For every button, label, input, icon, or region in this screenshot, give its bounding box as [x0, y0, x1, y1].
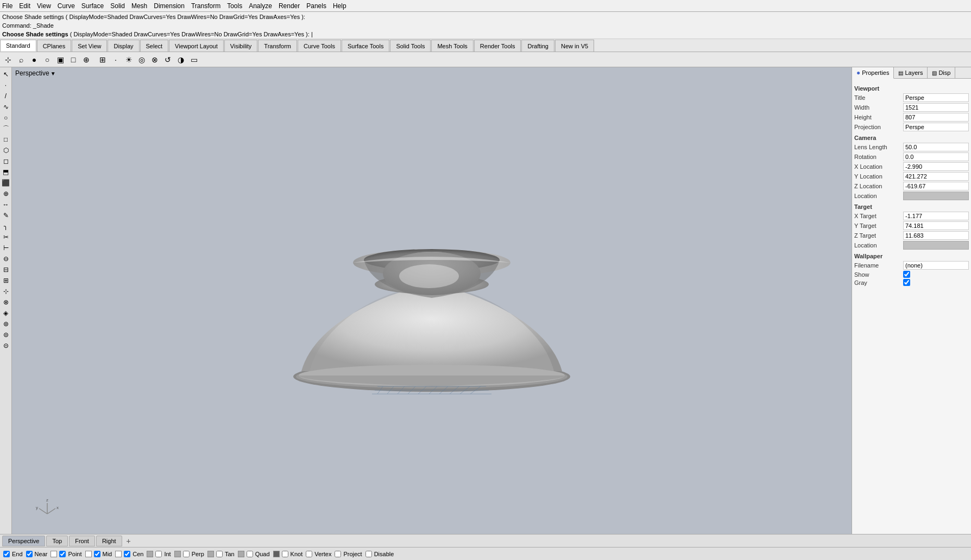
tab-properties[interactable]: ● Properties [852, 67, 894, 79]
value-title: Perspe [903, 93, 969, 102]
lt-measure[interactable]: ⊹ [1, 287, 11, 296]
tab-viewport-layout[interactable]: Viewport Layout [169, 40, 224, 52]
lt-transform[interactable]: ↔ [1, 200, 11, 209]
lt-mirror[interactable]: ⊟ [1, 265, 11, 275]
tab-display-settings[interactable]: ▧ Disp [928, 67, 955, 78]
tab-curve-tools[interactable]: Curve Tools [298, 40, 341, 52]
tab-drafting[interactable]: Drafting [521, 40, 554, 52]
lt-poly[interactable]: ⬡ [1, 145, 11, 155]
lt-curve[interactable]: ∿ [1, 102, 11, 112]
menu-tools[interactable]: Tools [227, 2, 242, 10]
svg-line-22 [39, 508, 47, 514]
lt-point[interactable]: · [1, 80, 11, 90]
label-lens: Lens Length [854, 144, 903, 150]
tab-cplanes[interactable]: CPlanes [37, 40, 72, 52]
toolbar-icon-circle2[interactable]: ○ [41, 54, 53, 66]
toolbar-icon-circle[interactable]: ● [28, 54, 40, 66]
menu-analyze[interactable]: Analyze [249, 2, 272, 10]
cb-quad[interactable] [247, 551, 253, 557]
tab-layers[interactable]: ▤ Layers [894, 67, 928, 78]
menu-curve[interactable]: Curve [58, 2, 75, 10]
lt-gumball[interactable]: ⊜ [1, 330, 11, 340]
lt-analyze[interactable]: ⊗ [1, 297, 11, 307]
menu-edit[interactable]: Edit [19, 2, 30, 10]
cb-near[interactable] [26, 551, 33, 557]
toolbar-icon-target[interactable]: ◎ [136, 54, 148, 66]
vp-tab-right[interactable]: Right [96, 536, 122, 546]
menu-solid[interactable]: Solid [110, 2, 125, 10]
lt-trim[interactable]: ✂ [1, 232, 11, 242]
vp-tab-perspective[interactable]: Perspective [2, 536, 45, 546]
toolbar-icon-layers[interactable]: ⊗ [149, 54, 161, 66]
tab-setview[interactable]: Set View [72, 40, 107, 52]
lt-rect[interactable]: □ [1, 135, 11, 144]
lt-circle[interactable]: ○ [1, 113, 11, 123]
menu-panels[interactable]: Panels [306, 2, 326, 10]
toolbar-icon-monitor[interactable]: ▭ [188, 54, 200, 66]
lt-fillet[interactable]: ╮ [1, 221, 11, 231]
lt-edit[interactable]: ✎ [1, 211, 11, 220]
cb-point[interactable] [59, 551, 66, 557]
menu-render[interactable]: Render [279, 2, 300, 10]
lt-loft[interactable]: ⬒ [1, 167, 11, 177]
toolbar-icon-zoom[interactable]: ⌕ [15, 54, 27, 66]
toolbar-icon-dot[interactable]: · [110, 54, 122, 66]
cb-cen[interactable] [124, 551, 130, 557]
cb-tan[interactable] [216, 551, 223, 557]
menu-mesh[interactable]: Mesh [131, 2, 147, 10]
cb-mid[interactable] [94, 551, 100, 557]
cb-int[interactable] [155, 551, 162, 557]
menu-surface[interactable]: Surface [81, 2, 104, 10]
cb-disable[interactable] [365, 551, 372, 557]
toolbar-icon-box[interactable]: □ [67, 54, 79, 66]
toolbar-icon-select[interactable]: ⊹ [2, 54, 14, 66]
vp-tab-front[interactable]: Front [69, 536, 95, 546]
vp-tab-top[interactable]: Top [46, 536, 68, 546]
lt-boolean[interactable]: ⊕ [1, 189, 11, 199]
cb-end[interactable] [3, 551, 10, 557]
tab-standard[interactable]: Standard [0, 40, 36, 52]
vp-tab-add[interactable]: + [123, 536, 134, 546]
tab-mesh-tools[interactable]: Mesh Tools [431, 40, 473, 52]
tab-render-tools[interactable]: Render Tools [474, 40, 521, 52]
lt-extend[interactable]: ⊢ [1, 243, 11, 253]
label-xtarget: X Target [854, 213, 903, 219]
lt-select[interactable]: ↖ [1, 69, 11, 79]
lt-tools2[interactable]: ⊝ [1, 341, 11, 351]
menu-transform[interactable]: Transform [191, 2, 220, 10]
cb-vertex[interactable] [306, 551, 312, 557]
tab-visibility[interactable]: Visibility [224, 40, 258, 52]
tab-solid-tools[interactable]: Solid Tools [390, 40, 431, 52]
tab-surface-tools[interactable]: Surface Tools [342, 40, 389, 52]
toolbar-icon-grid[interactable]: ⊞ [97, 54, 109, 66]
lt-array[interactable]: ⊞ [1, 276, 11, 285]
menu-help[interactable]: Help [333, 2, 346, 10]
toolbar-icon-shade[interactable]: ◑ [175, 54, 187, 66]
toolbar-icon-sun[interactable]: ☀ [123, 54, 135, 66]
lt-offset[interactable]: ⊖ [1, 254, 11, 264]
cb-project[interactable] [335, 551, 341, 557]
checkbox-show[interactable] [903, 271, 910, 278]
tab-new-in-v5[interactable]: New in V5 [555, 40, 594, 52]
viewport[interactable]: Perspective ▼ [12, 67, 852, 534]
menu-view[interactable]: View [37, 2, 51, 10]
tab-select[interactable]: Select [140, 40, 169, 52]
lt-line[interactable]: / [1, 91, 11, 101]
toolbar-icon-arrow[interactable]: ⊕ [80, 54, 92, 66]
toolbar-icon-cube[interactable]: ▣ [54, 54, 66, 66]
lt-snap[interactable]: ⊛ [1, 319, 11, 329]
command-area[interactable]: Choose Shade settings ( DisplayMode=Shad… [0, 12, 971, 39]
row-cam-location: Location [854, 192, 969, 200]
cb-knot[interactable] [282, 551, 288, 557]
toolbar-icon-rotate[interactable]: ↺ [162, 54, 174, 66]
cb-perp[interactable] [183, 551, 190, 557]
tab-display[interactable]: Display [108, 40, 139, 52]
lt-solid[interactable]: ⬛ [1, 178, 11, 188]
checkbox-gray[interactable] [903, 279, 910, 286]
lt-render[interactable]: ◈ [1, 308, 11, 318]
menu-dimension[interactable]: Dimension [154, 2, 185, 10]
lt-arc[interactable]: ⌒ [1, 124, 11, 133]
tab-transform[interactable]: Transform [258, 40, 297, 52]
menu-file[interactable]: File [2, 2, 12, 10]
lt-surface[interactable]: ◻ [1, 156, 11, 166]
